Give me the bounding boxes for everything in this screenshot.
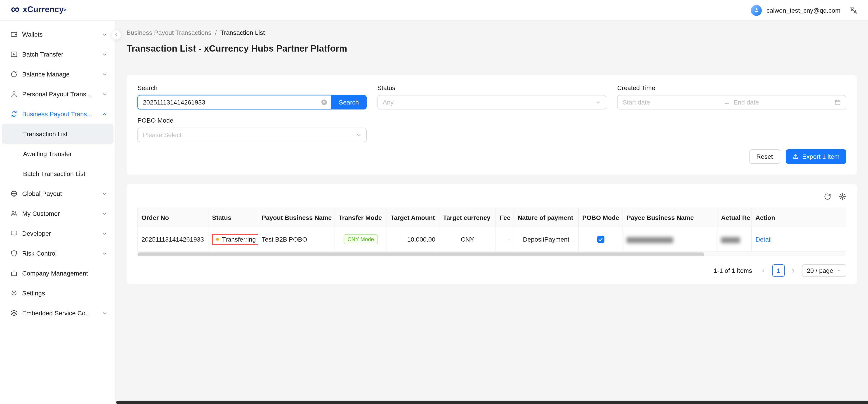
sidebar-subitem-transaction-list[interactable]: Transaction List (2, 124, 114, 144)
chevron-down-icon (596, 100, 601, 105)
table-settings-gear-icon[interactable] (839, 193, 846, 200)
status-dot-icon (216, 238, 219, 240)
cell-target-currency: CNY (439, 227, 496, 251)
sidebar-item-settings[interactable]: Settings (2, 283, 114, 303)
chevron-down-icon (102, 231, 107, 236)
transactions-table: Order No Status Payout Business Name Tra… (137, 208, 846, 252)
sidebar-item-batch-transfer[interactable]: Batch Transfer (2, 44, 114, 64)
status-select[interactable]: Any (377, 95, 606, 110)
scrollbar-thumb[interactable] (137, 253, 705, 256)
pagination-prev-icon[interactable] (758, 268, 768, 273)
person-icon (10, 90, 18, 98)
redacted-text: ██████ (721, 237, 740, 242)
breadcrumb-separator: / (215, 29, 217, 36)
topbar: ∞ xCurrency× calwen_test_cny@qq.com (0, 0, 868, 21)
end-date-input[interactable]: End date (734, 98, 831, 106)
sidebar-item-business-payout[interactable]: Business Payout Trans... (2, 104, 114, 124)
sidebar-subitem-batch-transaction-list[interactable]: Batch Transaction List (2, 164, 114, 184)
chevron-down-icon (102, 72, 107, 77)
cell-fee: - (496, 227, 514, 251)
translate-icon[interactable] (849, 6, 857, 14)
sidebar-item-balance-manage[interactable]: Balance Manage (2, 64, 114, 84)
column-header-actual-received: Actual Re (717, 208, 752, 227)
column-header-payout-business-name: Payout Business Name (258, 208, 335, 227)
page-horizontal-scrollbar[interactable] (116, 401, 868, 404)
sidebar-collapse-button[interactable] (111, 30, 121, 40)
main-layout: Wallets Batch Transfer Balance Manage Pe… (0, 21, 868, 404)
page-size-select[interactable]: 20 / page (802, 264, 846, 277)
sidebar-item-personal-payout[interactable]: Personal Payout Trans... (2, 84, 114, 104)
status-label: Status (377, 84, 606, 91)
column-header-fee: Fee (496, 208, 514, 227)
search-label: Search (137, 84, 366, 91)
calendar-icon (835, 99, 841, 106)
date-range-picker[interactable]: Start date → End date (617, 95, 846, 110)
clear-icon[interactable] (321, 99, 327, 106)
pagination-page-1[interactable]: 1 (772, 264, 784, 277)
sidebar-item-label: Batch Transfer (22, 51, 98, 58)
reset-button[interactable]: Reset (749, 149, 780, 164)
cell-payout-business-name: Test B2B POBO (258, 227, 335, 251)
breadcrumb: Business Payout Transactions / Transacti… (127, 29, 857, 36)
user-icon (754, 7, 760, 13)
app-window: ∞ xCurrency× calwen_test_cny@qq.com Wall… (0, 0, 868, 404)
refresh-icon[interactable] (824, 193, 831, 200)
search-input[interactable] (137, 95, 331, 110)
table-toolbar (137, 193, 846, 200)
table-horizontal-scrollbar (137, 253, 846, 256)
briefcase-icon (10, 270, 18, 277)
created-time-label: Created Time (617, 84, 846, 91)
sidebar-item-label: Personal Payout Trans... (22, 90, 98, 98)
created-time-field: Created Time Start date → End date (617, 84, 846, 110)
brand-name: xCurrency× (23, 4, 67, 16)
breadcrumb-parent[interactable]: Business Payout Transactions (127, 29, 211, 36)
sidebar-item-wallets[interactable]: Wallets (2, 24, 114, 44)
brand-logo[interactable]: ∞ xCurrency× (11, 4, 66, 16)
cell-actual-received: ██████ (717, 227, 752, 251)
table-header-row: Order No Status Payout Business Name Tra… (138, 208, 846, 227)
start-date-input[interactable]: Start date (623, 98, 720, 106)
pobo-mode-checkbox[interactable] (597, 236, 604, 243)
shield-icon (10, 250, 18, 257)
chevron-down-icon (102, 52, 107, 57)
breadcrumb-current: Transaction List (220, 29, 265, 36)
chevron-down-icon (102, 311, 107, 316)
status-highlight-box: Transferring (212, 234, 258, 244)
sidebar: Wallets Batch Transfer Balance Manage Pe… (0, 21, 116, 404)
topbar-right: calwen_test_cny@qq.com (751, 5, 857, 16)
filter-row-2: POBO Mode Please Select (137, 117, 846, 142)
sidebar-item-risk-control[interactable]: Risk Control (2, 243, 114, 263)
sidebar-item-label: Embedded Service Co... (22, 310, 98, 317)
export-button[interactable]: Export 1 item (785, 149, 846, 164)
filter-actions: Reset Export 1 item (137, 149, 846, 164)
sidebar-item-global-payout[interactable]: Global Payout (2, 184, 114, 204)
sidebar-subitem-awaiting-transfer[interactable]: Awaiting Transfer (2, 144, 114, 164)
user-email[interactable]: calwen_test_cny@qq.com (767, 6, 840, 14)
range-arrow-icon: → (723, 98, 730, 106)
cell-transfer-mode: CNY Mode (335, 227, 387, 251)
sidebar-item-company-management[interactable]: Company Management (2, 263, 114, 283)
cell-target-amount: 10,000.00 (387, 227, 439, 251)
pagination: 1-1 of 1 items 1 20 / page (137, 264, 846, 277)
chevron-left-icon (114, 33, 119, 37)
sidebar-item-my-customer[interactable]: My Customer (2, 204, 114, 224)
chevron-down-icon (102, 191, 107, 196)
pobo-mode-select[interactable]: Please Select (137, 127, 366, 142)
pagination-total: 1-1 of 1 items (714, 267, 752, 274)
sidebar-item-label: Global Payout (22, 190, 98, 197)
pagination-next-icon[interactable] (788, 268, 798, 273)
sidebar-item-embedded-service[interactable]: Embedded Service Co... (2, 303, 114, 323)
search-field: Search Search (137, 84, 366, 110)
detail-link[interactable]: Detail (755, 235, 772, 243)
sidebar-item-label: Developer (22, 230, 98, 237)
export-button-label: Export 1 item (802, 153, 839, 160)
sidebar-item-label: Business Payout Trans... (22, 110, 98, 118)
avatar[interactable] (751, 5, 762, 16)
sidebar-item-developer[interactable]: Developer (2, 224, 114, 243)
cell-payee-business-name: ███████████████ (623, 227, 717, 251)
cell-order-no: 202511131414261933 (138, 227, 208, 251)
cell-action: Detail (752, 227, 846, 251)
chevron-down-icon (102, 211, 107, 216)
balance-manage-icon (10, 70, 18, 78)
search-button[interactable]: Search (331, 95, 366, 110)
